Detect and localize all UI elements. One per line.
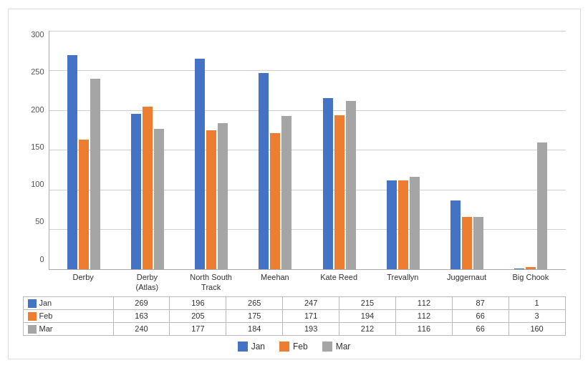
table-cell: 171	[283, 309, 339, 322]
x-axis-label: Trevallyn	[371, 273, 435, 291]
series-cell: Jan	[23, 296, 113, 309]
bar-mar	[218, 123, 228, 269]
x-axis-labels: DerbyDerby(Atlas)North SouthTrackMeehanK…	[49, 270, 566, 291]
series-label: Jan	[39, 299, 52, 307]
table-cell: 240	[113, 322, 170, 335]
bar-feb	[143, 107, 153, 270]
chart-container: 300250200150100500 DerbyDerby(Atlas)Nort…	[8, 9, 581, 359]
y-axis: 300250200150100500	[23, 31, 49, 292]
legend-label: Mar	[336, 342, 351, 352]
series-swatch	[28, 325, 37, 334]
y-axis-label: 150	[31, 143, 44, 151]
legend-swatch	[322, 342, 332, 352]
legend-swatch	[238, 342, 248, 352]
bar-feb	[526, 267, 536, 269]
x-axis-label: Juggernaut	[435, 273, 498, 291]
legend-swatch	[279, 342, 289, 352]
table-cell: 184	[226, 322, 283, 335]
table-cell: 163	[113, 309, 170, 322]
legend-item: Feb	[279, 342, 308, 352]
table-cell: 193	[283, 322, 339, 335]
table-cell: 175	[226, 309, 283, 322]
bars-and-xaxis: DerbyDerby(Atlas)North SouthTrackMeehanK…	[49, 31, 566, 292]
series-label: Feb	[39, 311, 53, 320]
series-swatch	[28, 312, 37, 321]
bar-jan	[450, 200, 461, 270]
bar-feb	[334, 115, 344, 270]
table-row: Mar24017718419321211666160	[23, 322, 565, 335]
bar-jan	[514, 268, 524, 269]
bar-mar	[154, 129, 164, 270]
x-axis-label: Kate Reed	[307, 273, 371, 291]
table-cell: 177	[170, 322, 226, 335]
data-table: Jan269196265247215112871Feb1632051751711…	[23, 296, 566, 336]
y-axis-label: 250	[31, 68, 44, 76]
bar-group	[52, 31, 116, 269]
table-cell: 269	[113, 296, 170, 309]
bar-group	[498, 31, 562, 269]
bar-feb	[270, 133, 280, 269]
bar-group	[180, 31, 244, 269]
bar-jan	[131, 114, 141, 270]
bar-jan	[67, 55, 77, 269]
y-axis-label: 200	[31, 106, 44, 114]
bar-feb	[79, 140, 89, 269]
legend-item: Mar	[322, 342, 351, 352]
bottom-section: Jan269196265247215112871Feb1632051751711…	[23, 292, 566, 352]
series-label: Mar	[39, 324, 53, 333]
chart-area: 300250200150100500 DerbyDerby(Atlas)Nort…	[23, 31, 566, 292]
bar-group	[435, 31, 498, 269]
table-cell: 194	[339, 309, 396, 322]
bar-mar	[410, 177, 420, 269]
bar-mar	[346, 101, 356, 270]
table-cell: 66	[452, 322, 509, 335]
table-cell: 212	[339, 322, 396, 335]
y-axis-label: 100	[31, 180, 44, 188]
bar-group	[116, 31, 180, 269]
y-axis-label: 300	[31, 31, 44, 39]
table-cell: 3	[509, 309, 565, 322]
bars-section	[49, 31, 566, 270]
table-row: Feb163205175171194112663	[23, 309, 565, 322]
bar-feb	[398, 180, 408, 269]
x-axis-label: Derby	[52, 273, 115, 291]
bar-feb	[206, 130, 216, 269]
bar-jan	[259, 73, 269, 269]
table-cell: 66	[452, 309, 509, 322]
bar-mar	[281, 116, 291, 269]
groups-row	[49, 31, 566, 269]
bar-mar	[473, 217, 483, 269]
series-cell: Feb	[23, 309, 113, 322]
bar-mar	[537, 142, 547, 270]
table-cell: 1	[509, 296, 565, 309]
bar-group	[371, 31, 435, 269]
y-axis-label: 0	[39, 256, 44, 263]
bar-feb	[462, 217, 472, 269]
x-axis-label: Meehan	[243, 273, 307, 291]
table-row: Jan269196265247215112871	[23, 296, 565, 309]
bar-mar	[90, 79, 100, 270]
x-axis-label: Derby(Atlas)	[115, 273, 179, 291]
bar-jan	[195, 59, 205, 269]
legend-item: Jan	[238, 342, 265, 352]
table-cell: 205	[170, 309, 226, 322]
x-axis-label: Big Chook	[498, 273, 562, 291]
table-cell: 112	[395, 309, 452, 322]
table-cell: 116	[395, 322, 452, 335]
table-cell: 215	[339, 296, 396, 309]
series-cell: Mar	[23, 322, 113, 335]
table-cell: 87	[452, 296, 509, 309]
x-axis-label: North SouthTrack	[179, 273, 243, 291]
table-cell: 265	[226, 296, 283, 309]
legend-label: Jan	[251, 342, 265, 352]
table-cell: 196	[170, 296, 226, 309]
series-swatch	[28, 299, 37, 308]
bar-group	[244, 31, 307, 269]
y-axis-label: 50	[35, 218, 44, 226]
bar-jan	[323, 98, 333, 269]
legend: JanFebMar	[23, 342, 566, 352]
bar-jan	[387, 180, 397, 269]
table-cell: 160	[509, 322, 565, 335]
table-cell: 247	[283, 296, 339, 309]
legend-label: Feb	[293, 342, 308, 352]
